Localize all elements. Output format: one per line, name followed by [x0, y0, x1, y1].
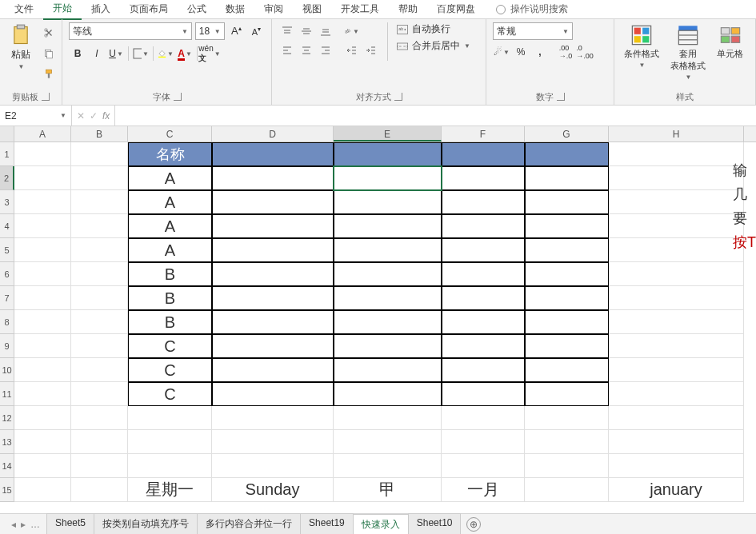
row-header[interactable]: 5 [0, 238, 14, 262]
row-header[interactable]: 4 [0, 214, 14, 238]
cell[interactable] [334, 262, 442, 286]
cell[interactable] [128, 454, 212, 478]
align-center-button[interactable] [298, 42, 315, 59]
cell[interactable] [14, 358, 71, 382]
cell[interactable] [442, 382, 525, 406]
cell[interactable] [334, 142, 442, 166]
cell[interactable] [442, 334, 525, 358]
cell[interactable]: B [128, 310, 212, 334]
cell[interactable] [609, 286, 744, 310]
font-color-button[interactable]: A▼ [176, 45, 194, 62]
cell[interactable]: january [609, 478, 744, 502]
cell[interactable] [525, 310, 609, 334]
cell[interactable] [609, 430, 744, 454]
bold-button[interactable]: B [69, 45, 86, 62]
cell[interactable] [525, 454, 609, 478]
font-size-combo[interactable]: 18▼ [195, 22, 225, 40]
cell[interactable] [442, 142, 525, 166]
cell[interactable] [14, 238, 71, 262]
indent-decrease-button[interactable] [342, 42, 360, 59]
tab-view[interactable]: 视图 [293, 0, 331, 19]
indent-increase-button[interactable] [362, 42, 379, 59]
cell[interactable]: B [128, 262, 212, 286]
conditional-format-button[interactable]: 条件格式▼ [621, 22, 662, 70]
cell[interactable] [525, 262, 609, 286]
row-header[interactable]: 8 [0, 310, 14, 334]
cell[interactable] [71, 334, 128, 358]
cell[interactable] [128, 406, 212, 430]
cell[interactable] [14, 454, 71, 478]
cell[interactable] [212, 406, 334, 430]
cell[interactable] [334, 430, 442, 454]
sheet-tab[interactable]: 按类别自动填充序号 [94, 513, 198, 534]
cell[interactable] [334, 454, 442, 478]
cell[interactable] [609, 454, 744, 478]
tab-insert[interactable]: 插入 [82, 0, 120, 19]
italic-button[interactable]: I [88, 45, 106, 62]
tab-data[interactable]: 数据 [216, 0, 254, 19]
cell[interactable] [128, 430, 212, 454]
tab-help[interactable]: 帮助 [389, 0, 427, 19]
cell[interactable] [212, 214, 334, 238]
cell[interactable] [14, 310, 71, 334]
dialog-launcher-icon[interactable] [394, 93, 402, 101]
select-all-triangle[interactable] [0, 126, 14, 141]
cell[interactable] [14, 382, 71, 406]
cell[interactable]: 名称 [128, 142, 212, 166]
cell[interactable] [609, 334, 744, 358]
underline-button[interactable]: U▼ [107, 45, 125, 62]
cell[interactable]: C [128, 358, 212, 382]
cell[interactable] [14, 214, 71, 238]
cell[interactable] [334, 190, 442, 214]
cell[interactable] [609, 166, 744, 190]
cell[interactable] [525, 214, 609, 238]
dialog-launcher-icon[interactable] [174, 93, 182, 101]
cell[interactable] [71, 286, 128, 310]
cell[interactable] [212, 286, 334, 310]
cell[interactable] [334, 238, 442, 262]
row-header[interactable]: 2 [0, 166, 14, 190]
cell[interactable] [609, 238, 744, 262]
tab-file[interactable]: 文件 [5, 0, 43, 19]
cell[interactable] [525, 430, 609, 454]
sheet-nav-first-icon[interactable]: ◂ [11, 519, 16, 530]
cell[interactable] [71, 430, 128, 454]
sheet-tab[interactable]: 多行内容合并位一行 [197, 513, 301, 534]
cell[interactable]: A [128, 166, 212, 190]
cell[interactable] [334, 382, 442, 406]
paste-button[interactable]: 粘贴 ▼ [6, 22, 35, 72]
row-header[interactable]: 10 [0, 358, 14, 382]
fill-color-button[interactable]: ▼ [157, 45, 174, 62]
cell[interactable] [442, 190, 525, 214]
cell[interactable] [609, 382, 744, 406]
cell[interactable] [442, 238, 525, 262]
tab-formulas[interactable]: 公式 [178, 0, 216, 19]
cell[interactable] [525, 286, 609, 310]
grow-font-button[interactable]: A▴ [228, 22, 245, 40]
cell[interactable] [334, 310, 442, 334]
cell[interactable] [212, 190, 334, 214]
comma-button[interactable]: , [531, 43, 549, 61]
align-right-button[interactable] [317, 42, 334, 59]
font-name-combo[interactable]: 等线▼ [69, 22, 192, 40]
column-header[interactable]: A [14, 126, 71, 141]
cell[interactable]: B [128, 286, 212, 310]
sheet-tab[interactable]: Sheet5 [46, 513, 94, 534]
cell[interactable] [442, 358, 525, 382]
column-header[interactable]: B [71, 126, 128, 141]
cell[interactable] [525, 238, 609, 262]
cell[interactable]: A [128, 190, 212, 214]
cell[interactable] [442, 214, 525, 238]
cell[interactable] [442, 454, 525, 478]
row-header[interactable]: 3 [0, 190, 14, 214]
column-header[interactable]: D [212, 126, 334, 141]
tell-me-search[interactable]: 操作说明搜索 [496, 2, 568, 16]
number-format-combo[interactable]: 常规▼ [493, 22, 573, 40]
phonetic-button[interactable]: wén文▼ [201, 45, 218, 62]
align-bottom-button[interactable] [317, 22, 334, 40]
tab-home[interactable]: 开始 [43, 0, 82, 20]
cut-button[interactable] [40, 24, 58, 42]
cell[interactable] [525, 478, 609, 502]
cell[interactable] [525, 190, 609, 214]
row-header[interactable]: 12 [0, 406, 14, 430]
